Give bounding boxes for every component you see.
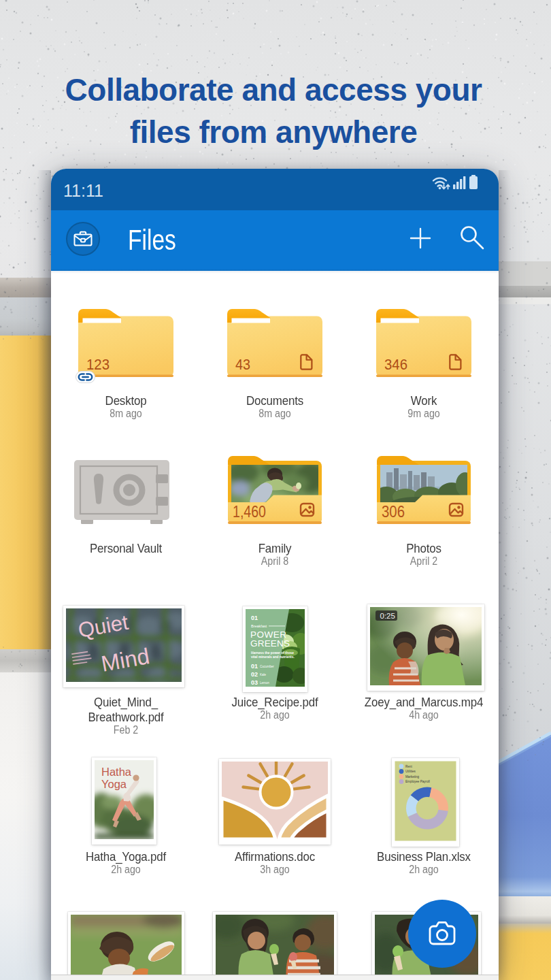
svg-text:0:25: 0:25 [380, 612, 395, 620]
svg-text:43: 43 [235, 356, 250, 373]
svg-text:Yoga: Yoga [101, 778, 127, 790]
svg-text:GREENS: GREENS [250, 638, 290, 649]
svg-text:1,460: 1,460 [233, 502, 266, 521]
svg-text:Kale: Kale [260, 673, 267, 676]
svg-text:Lemon: Lemon [260, 681, 269, 685]
svg-text:306: 306 [382, 502, 405, 521]
svg-text:Harness the power of those: Harness the power of those [251, 651, 294, 655]
svg-text:03: 03 [251, 679, 258, 686]
svg-text:346: 346 [384, 356, 407, 373]
svg-text:Employee Payroll: Employee Payroll [405, 780, 430, 783]
svg-text:Breakfast: Breakfast [251, 624, 267, 628]
svg-text:Rent: Rent [405, 765, 412, 768]
svg-text:vital minerals and nutrients.: vital minerals and nutrients. [251, 655, 295, 659]
svg-text:123: 123 [86, 356, 110, 373]
svg-text:Cucumber: Cucumber [260, 665, 274, 668]
svg-text:Marketing: Marketing [405, 775, 420, 779]
svg-text:Utilities: Utilities [405, 770, 416, 773]
svg-text:01: 01 [251, 663, 258, 670]
svg-text:01: 01 [251, 615, 258, 621]
svg-text:Hatha: Hatha [101, 766, 132, 778]
svg-text:02: 02 [251, 671, 258, 678]
